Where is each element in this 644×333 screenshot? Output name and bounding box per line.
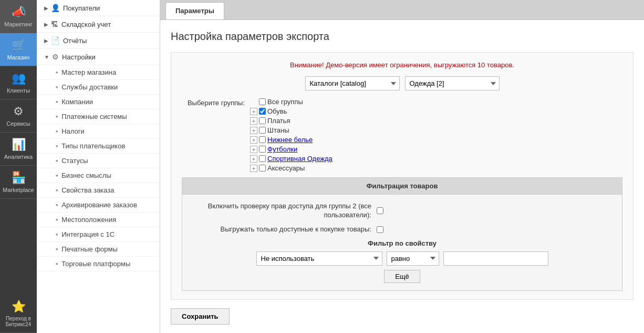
group-label-sport[interactable]: Спортивная Одежда (267, 155, 333, 163)
sidebar-item-locations[interactable]: Местоположения (37, 213, 160, 227)
content-area: Настройка параметров экспорта Внимание! … (160, 20, 644, 333)
delivery-label: Службы доставки (61, 83, 118, 91)
nav-shop[interactable]: 🛒 Магазин (0, 33, 37, 66)
expand-dresses[interactable]: + (250, 117, 257, 125)
access-checkbox[interactable] (377, 207, 383, 214)
main-content: Параметры Настройка параметров экспорта … (160, 0, 644, 333)
sidebar-item-statuses[interactable]: Статусы (37, 154, 160, 168)
settings-arrow: ▼ (44, 54, 49, 60)
expand-accessories[interactable]: + (250, 165, 257, 172)
checkbox-shoes[interactable] (259, 108, 266, 115)
nav-analytics[interactable]: 📊 Аналитика (0, 133, 37, 166)
checkbox-underwear[interactable] (259, 136, 266, 143)
archive-label: Архивирование заказов (61, 201, 137, 209)
nav-marketplace-label: Marketplace (3, 187, 34, 193)
group-item-sport: + Спортивная Одежда (250, 155, 333, 163)
sidebar-item-settings[interactable]: ▼ ⚙ Настройки (37, 49, 160, 65)
sidebar-item-delivery[interactable]: Службы доставки (37, 80, 160, 95)
print-forms-label: Печатные формы (61, 245, 118, 253)
reports-icon: 📄 (51, 36, 60, 45)
more-button[interactable]: Ещё (384, 270, 420, 283)
tab-params[interactable]: Параметры (165, 2, 224, 19)
property-select[interactable]: Не использовать (256, 251, 382, 266)
access-label-line2: пользователи): (324, 211, 372, 220)
checkbox-tshirts[interactable] (259, 146, 266, 153)
nav-marketing-label: Маркетинг (4, 21, 32, 27)
shop-icon: 🛒 (12, 38, 26, 52)
filter-value-input[interactable] (443, 251, 548, 266)
checkbox-sport[interactable] (259, 155, 266, 162)
business-label: Бизнес смыслы (61, 171, 111, 179)
catalog-select[interactable]: Каталоги [catalog] (305, 76, 400, 90)
expand-pants[interactable]: + (250, 127, 257, 134)
filter-row-available: Выгружать только доступные к покупке тов… (193, 225, 611, 234)
group-label-underwear[interactable]: Нижнее белье (267, 136, 313, 144)
sidebar-item-print-forms[interactable]: Печатные формы (37, 242, 160, 257)
analytics-icon: 📊 (12, 138, 26, 152)
warehouse-icon: 🏗 (51, 20, 58, 28)
sidebar-item-taxes[interactable]: Налоги (37, 124, 160, 139)
nav-bitrix24[interactable]: ⭐ Переход в Битрикс24 (0, 295, 37, 333)
group-item-tshirts: + Футболки (250, 145, 333, 153)
access-label-line1: Включить проверку прав доступа для групп… (208, 202, 371, 211)
nav-marketplace[interactable]: 🏪 Marketplace (0, 166, 37, 199)
sidebar-item-archive[interactable]: Архивирование заказов (37, 198, 160, 213)
sidebar-item-companies[interactable]: Компании (37, 95, 160, 109)
sidebar-item-payment[interactable]: Платежные системы (37, 109, 160, 124)
checkbox-pants[interactable] (259, 127, 266, 134)
group-item-accessories: + Аксессуары (250, 164, 333, 172)
expand-sport[interactable]: + (250, 155, 257, 163)
expand-shoes[interactable]: + (250, 108, 257, 115)
sidebar-item-business[interactable]: Бизнес смыслы (37, 168, 160, 183)
groups-label: Выберите группы: (182, 98, 245, 107)
settings-icon: ⚙ (52, 53, 59, 61)
category-select[interactable]: Одежда [2] (405, 76, 500, 90)
groups-list: Все группы + Обувь + Платья (250, 98, 333, 172)
group-label-tshirts[interactable]: Футболки (267, 145, 297, 153)
checkbox-all-groups[interactable] (259, 98, 266, 105)
sidebar-item-buyers[interactable]: ▶ 👤 Покупатели (37, 0, 160, 16)
marketplace-icon: 🏪 (12, 171, 26, 185)
group-label-shoes: Обувь (267, 107, 287, 115)
groups-row: Выберите группы: Все группы + Обувь (182, 98, 622, 172)
sidebar-item-payer-types[interactable]: Типы плательщиков (37, 139, 160, 154)
sidebar-item-shop-wizard[interactable]: Мастер магазина (37, 65, 160, 80)
page-title: Настройка параметров экспорта (171, 31, 633, 43)
integration-1c-label: Интеграция с 1С (61, 230, 115, 238)
checkbox-dresses[interactable] (259, 117, 266, 124)
companies-label: Компании (61, 98, 93, 106)
filter-body: Включить проверку прав доступа для групп… (182, 195, 622, 290)
payment-label: Платежные системы (61, 113, 127, 120)
bitrix24-icon: ⭐ (12, 300, 26, 314)
condition-select[interactable]: равно (387, 251, 439, 266)
group-label-pants: Штаны (267, 126, 289, 134)
catalog-row: Каталоги [catalog] Одежда [2] (182, 76, 622, 90)
nav-services[interactable]: ⚙ Сервисы (0, 99, 37, 133)
tab-bar: Параметры (160, 0, 644, 20)
checkbox-accessories[interactable] (259, 165, 266, 171)
nav-services-label: Сервисы (6, 120, 30, 127)
expand-underwear[interactable]: + (250, 136, 257, 144)
settings-panel: Внимание! Демо-версия имеет ограничения,… (171, 52, 633, 300)
group-item-dresses: + Платья (250, 117, 333, 125)
tab-params-label: Параметры (175, 7, 214, 15)
sidebar-item-warehouse[interactable]: ▶ 🏗 Складской учет (37, 16, 160, 33)
group-label-dresses: Платья (267, 117, 290, 125)
filter-property-row: Фильтр по свойству Не использовать равно (193, 239, 611, 266)
buyers-arrow: ▶ (44, 5, 48, 11)
expand-tshirts[interactable]: + (250, 146, 257, 153)
shop-wizard-label: Мастер магазина (61, 68, 116, 76)
filter-selects: Не использовать равно (256, 251, 548, 266)
payer-types-label: Типы плательщиков (61, 142, 125, 150)
available-checkbox[interactable] (377, 226, 383, 233)
nav-clients[interactable]: 👥 Клиенты (0, 66, 37, 99)
sidebar-item-reports[interactable]: ▶ 📄 Отчёты (37, 33, 160, 49)
sidebar-item-integration-1c[interactable]: Интеграция с 1С (37, 227, 160, 242)
save-button[interactable]: Сохранить (171, 308, 230, 325)
property-filter-label: Фильтр по свойству (368, 239, 437, 247)
sidebar-item-trade-platforms[interactable]: Торговые платформы (37, 257, 160, 271)
filter-row-access: Включить проверку прав доступа для групп… (193, 202, 611, 220)
sidebar-warehouse-label: Складской учет (61, 21, 111, 28)
sidebar-item-order-props[interactable]: Свойства заказа (37, 183, 160, 198)
nav-marketing[interactable]: 📣 Маркетинг (0, 0, 37, 33)
